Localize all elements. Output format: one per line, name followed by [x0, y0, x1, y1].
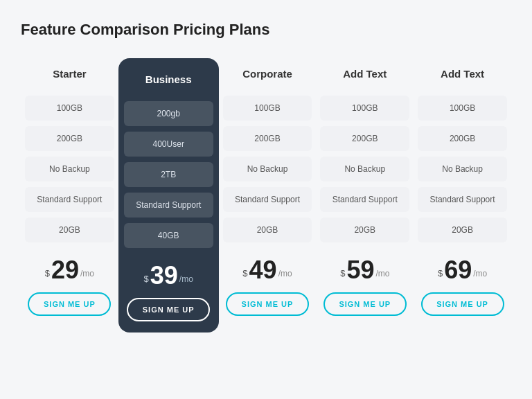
signup-button-add-text-1[interactable]: SIGN ME UP [323, 292, 407, 316]
feature-row-add-text-1-0: 100GB [320, 96, 409, 121]
plan-col-add-text-2: Add Text100GB200GBNo BackupStandard Supp… [414, 64, 511, 327]
price-dollar-corporate: $ [242, 268, 247, 278]
price-amount-add-text-2: 69 [444, 258, 472, 283]
feature-row-business-1: 400User [124, 132, 213, 157]
price-section-corporate: $49/mo [242, 258, 292, 283]
feature-row-starter-4: 20GB [25, 218, 114, 242]
price-dollar-business: $ [144, 274, 149, 284]
price-amount-business: 39 [150, 263, 178, 288]
feature-row-starter-1: 200GB [25, 126, 114, 151]
price-amount-corporate: 49 [249, 258, 277, 283]
price-per-add-text-1: /mo [375, 269, 389, 278]
feature-row-add-text-2-0: 100GB [418, 96, 507, 121]
plan-name-corporate: Corporate [242, 64, 292, 83]
pricing-table: Starter100GB200GBNo BackupStandard Suppo… [21, 64, 511, 327]
signup-button-starter[interactable]: SIGN ME UP [28, 292, 111, 316]
price-per-business: /mo [179, 274, 193, 284]
price-per-add-text-2: /mo [473, 269, 487, 278]
feature-row-add-text-1-4: 20GB [320, 218, 409, 242]
feature-row-corporate-1: 200GB [223, 126, 312, 151]
signup-button-business[interactable]: SIGN ME UP [127, 298, 210, 321]
signup-button-add-text-2[interactable]: SIGN ME UP [421, 292, 504, 316]
feature-row-add-text-1-3: Standard Support [320, 187, 409, 212]
feature-row-add-text-2-1: 200GB [418, 126, 507, 151]
feature-row-add-text-2-3: Standard Support [418, 187, 507, 212]
plan-name-add-text-1: Add Text [343, 64, 387, 83]
price-dollar-starter: $ [45, 268, 50, 278]
plan-name-add-text-2: Add Text [441, 64, 484, 83]
price-per-starter: /mo [80, 269, 94, 278]
feature-row-starter-3: Standard Support [25, 187, 114, 212]
feature-row-business-3: Standard Support [124, 193, 213, 218]
signup-button-corporate[interactable]: SIGN ME UP [226, 292, 309, 316]
price-section-add-text-2: $69/mo [438, 258, 487, 283]
feature-row-corporate-0: 100GB [223, 96, 312, 121]
feature-row-starter-2: No Backup [25, 157, 114, 181]
price-per-corporate: /mo [278, 269, 292, 278]
price-dollar-add-text-1: $ [340, 268, 345, 278]
feature-row-business-0: 200gb [124, 101, 213, 126]
feature-row-business-2: 2TB [124, 162, 213, 187]
price-section-business: $39/mo [144, 263, 193, 288]
feature-row-corporate-3: Standard Support [223, 187, 312, 212]
feature-row-corporate-2: No Backup [223, 157, 312, 181]
plan-col-corporate: Corporate100GB200GBNo BackupStandard Sup… [219, 64, 317, 327]
feature-row-corporate-4: 20GB [223, 218, 312, 242]
feature-row-add-text-1-1: 200GB [320, 126, 409, 151]
price-dollar-add-text-2: $ [438, 268, 443, 278]
plan-name-business: Business [145, 69, 192, 89]
feature-row-business-4: 40GB [124, 223, 213, 248]
price-amount-add-text-1: 59 [346, 258, 374, 283]
feature-row-add-text-2-4: 20GB [418, 218, 507, 242]
feature-row-add-text-2-2: No Backup [418, 157, 507, 181]
plan-col-add-text-1: Add Text100GB200GBNo BackupStandard Supp… [316, 64, 414, 327]
plan-col-business: Business200gb400User2TBStandard Support4… [118, 58, 219, 332]
price-section-starter: $29/mo [45, 258, 94, 283]
plan-col-starter: Starter100GB200GBNo BackupStandard Suppo… [21, 64, 118, 327]
price-amount-starter: 29 [51, 258, 79, 283]
plan-name-starter: Starter [53, 64, 86, 83]
feature-row-add-text-1-2: No Backup [320, 157, 409, 181]
page-title: Feature Comparison Pricing Plans [21, 21, 269, 39]
feature-row-starter-0: 100GB [25, 96, 114, 121]
price-section-add-text-1: $59/mo [340, 258, 389, 283]
